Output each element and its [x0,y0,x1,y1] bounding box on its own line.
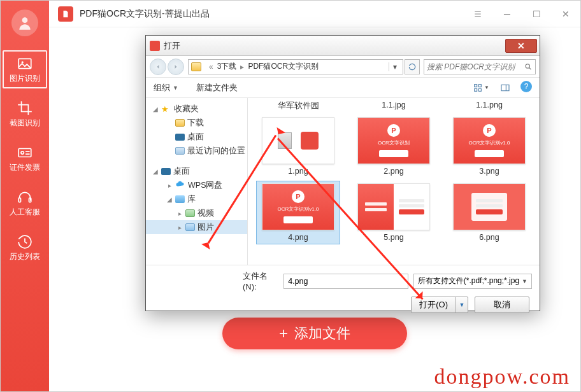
svg-rect-9 [478,84,481,87]
address-bar[interactable]: « 3下载 ▸ PDF猫OCR文字识别 ▾ [188,59,403,74]
organize-button[interactable]: 组织▼ [154,82,178,94]
id-card-icon [17,144,33,161]
address-dropdown[interactable]: ▾ [389,62,400,71]
svg-rect-12 [501,85,509,90]
app-window: 图片识别 截图识别 证件发票 人工客服 历史列表 PDF猫OCR文字识别-菩提山… [0,0,581,392]
sidebar-item-label: 历史列表 [10,251,40,262]
file-item[interactable]: 6.png [448,181,531,244]
dialog-titlebar[interactable]: 打开 ✕ [146,36,540,56]
svg-point-7 [526,64,530,67]
help-button[interactable]: ? [520,81,532,92]
refresh-icon [408,62,417,71]
sidebar-item-screenshot-ocr[interactable]: 截图识别 [1,95,49,133]
file-label[interactable]: 华军软件园 [257,101,340,111]
headset-icon [17,189,33,206]
file-thumbnail [357,183,430,230]
file-item-selected[interactable]: POCR文字识别v1.0 4.png [257,181,340,244]
sidebar-item-image-ocr[interactable]: 图片识别 [3,50,47,88]
file-grid: 华军软件园 1.1.jpg 1.1.png 1.png POCR文字识别 2.p… [248,98,540,265]
dialog-bottom: 文件名(N): 所有支持文件(*.pdf;*.png;*.jpg ▼ 打开(O)… [146,265,540,312]
image-icon [17,55,33,72]
sidebar-item-label: 证件发票 [10,162,40,173]
file-label[interactable]: 1.1.png [448,101,531,111]
app-logo [58,6,73,22]
search-input[interactable] [427,62,522,71]
file-type-filter[interactable]: 所有支持文件(*.pdf;*.png;*.jpg ▼ [413,274,532,289]
window-controls: ─ ☐ ✕ [463,1,580,27]
sidebar-item-label: 人工客服 [10,207,40,218]
file-name: 5.png [384,233,403,242]
filename-input[interactable] [283,274,408,289]
sidebar-item-history[interactable]: 历史列表 [1,228,49,267]
tree-downloads[interactable]: 下载 [146,116,247,130]
nav-forward-button[interactable] [168,59,184,75]
grid-icon [473,83,483,93]
preview-pane-button[interactable] [496,81,514,95]
filename-label: 文件名(N): [243,270,278,291]
sidebar-item-label: 图片识别 [10,73,40,84]
svg-rect-5 [18,198,20,202]
tree-pictures[interactable]: ▸图片 [146,220,247,234]
plus-icon: + [279,325,288,342]
minimize-button[interactable]: ─ [492,1,522,27]
file-name: 3.png [479,167,499,176]
tree-videos[interactable]: ▸视频 [146,206,247,220]
cancel-button[interactable]: 取消 [475,297,529,313]
dialog-toolbar: 组织▼ 新建文件夹 ▼ ? [146,78,540,98]
file-thumbnail: POCR文字识别v1.0 [453,117,526,164]
close-icon: ✕ [517,41,525,51]
refresh-button[interactable] [405,59,420,74]
folder-icon [191,62,201,71]
file-name: 6.png [479,233,499,242]
sidebar-item-id-invoice[interactable]: 证件发票 [1,139,49,178]
file-thumbnail [453,183,526,230]
history-icon [17,234,33,250]
file-item[interactable]: POCR文字识别 2.png [352,115,435,178]
settings-button[interactable] [463,1,492,27]
tree-desktop[interactable]: ◢桌面 [146,164,247,178]
folder-tree: ◢★收藏夹 下载 桌面 最近访问的位置 ◢桌面 ▸WPS网盘 ◢库 ▸视频 ▸图… [146,98,248,265]
svg-point-2 [22,61,24,63]
arrow-right-icon [172,63,180,71]
file-item[interactable]: POCR文字识别v1.0 3.png [448,115,531,178]
new-folder-button[interactable]: 新建文件夹 [196,82,238,94]
chevron-down-icon: ▼ [522,278,527,284]
sidebar-item-support[interactable]: 人工客服 [1,184,49,222]
app-title: PDF猫OCR文字识别-菩提山出品 [80,8,210,20]
search-icon [524,62,533,71]
crop-icon [17,100,33,116]
breadcrumb-seg[interactable]: 3下载 [217,61,237,72]
search-box[interactable] [424,59,536,74]
breadcrumb-seg[interactable]: PDF猫OCR文字识别 [248,61,319,72]
nav-back-button[interactable] [150,59,166,75]
titlebar: PDF猫OCR文字识别-菩提山出品 ─ ☐ ✕ [1,1,580,27]
dialog-title: 打开 [164,40,180,52]
svg-rect-10 [475,88,477,91]
file-label[interactable]: 1.1.jpg [352,101,435,111]
view-mode-button[interactable]: ▼ [472,81,490,95]
close-button[interactable]: ✕ [551,1,580,27]
maximize-button[interactable]: ☐ [522,1,551,27]
chevron-down-icon: ▼ [173,85,178,91]
svg-point-4 [21,151,24,153]
panel-icon [500,83,510,93]
tree-wps[interactable]: ▸WPS网盘 [146,178,247,192]
svg-rect-11 [478,88,481,91]
add-file-label: 添加文件 [294,324,350,343]
add-file-button[interactable]: + 添加文件 [222,318,407,349]
sidebar-item-label: 截图识别 [10,118,40,129]
file-name: 2.png [384,167,403,176]
menu-icon [473,10,482,18]
dialog-close-button[interactable]: ✕ [505,39,537,53]
tree-desktop-fav[interactable]: 桌面 [146,130,247,144]
file-name: 4.png [288,233,308,242]
user-avatar[interactable] [11,10,38,36]
tree-recent[interactable]: 最近访问的位置 [146,144,247,158]
file-thumbnail: POCR文字识别 [357,117,430,164]
arrow-left-icon [154,63,162,71]
tree-favorites[interactable]: ◢★收藏夹 [146,102,247,116]
chevron-down-icon[interactable]: ▼ [456,302,468,308]
watermark: dongpow.com [434,365,570,389]
dialog-nav: « 3下载 ▸ PDF猫OCR文字识别 ▾ [146,56,540,78]
svg-rect-8 [475,84,477,87]
